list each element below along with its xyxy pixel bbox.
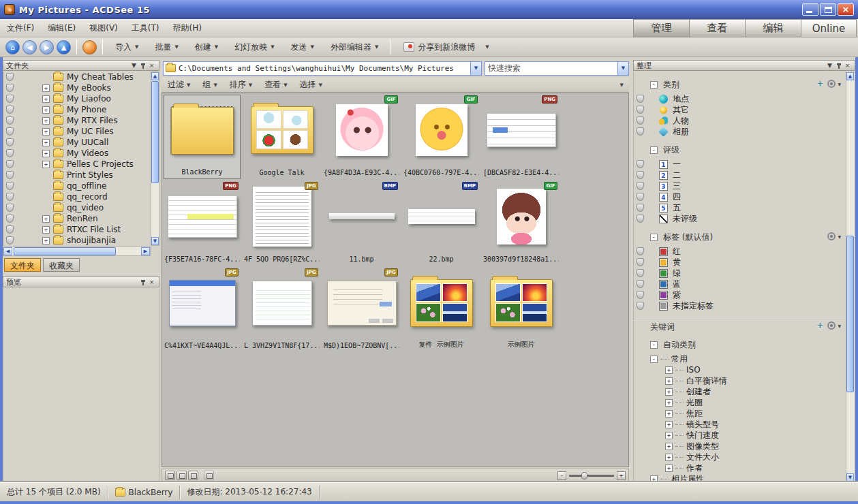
- folder-tree-item[interactable]: Print Styles: [3, 170, 159, 180]
- auto-category-item-作者[interactable]: +作者: [634, 462, 845, 473]
- expander-icon[interactable]: +: [42, 150, 50, 157]
- toolbar-button-幻灯放映[interactable]: 幻灯放映▼: [226, 39, 282, 56]
- quick-select-shield-icon[interactable]: [637, 171, 644, 179]
- quick-select-shield-icon[interactable]: [637, 95, 644, 103]
- quick-select-shield-icon[interactable]: [6, 116, 14, 125]
- section-header-标签 (默认值)[interactable]: -标签 (默认值)▼: [634, 231, 845, 243]
- image-tile[interactable]: GIF{40BC0760-797E-4...: [403, 95, 480, 179]
- scroll-down-icon[interactable]: ▼: [846, 473, 854, 482]
- quick-select-shield-icon[interactable]: [637, 247, 644, 255]
- quick-select-shield-icon[interactable]: [6, 95, 14, 103]
- expander-icon[interactable]: +: [650, 475, 658, 483]
- image-tile[interactable]: GIF300397d9f18248a1...: [482, 181, 560, 266]
- expander-icon[interactable]: +: [665, 421, 673, 428]
- quick-select-shield-icon[interactable]: [6, 127, 14, 136]
- folder-tree-item[interactable]: +RenRen: [3, 213, 159, 224]
- folder-tree-item[interactable]: +My eBooks: [3, 82, 159, 93]
- quick-select-shield-icon[interactable]: [6, 236, 14, 245]
- expander-icon[interactable]: +: [665, 388, 673, 396]
- folder-tile[interactable]: 示例图片: [482, 268, 560, 352]
- panel-menu-icon[interactable]: ▼: [129, 61, 138, 69]
- quick-select-shield-icon[interactable]: [6, 138, 14, 146]
- quick-select-shield-icon[interactable]: [6, 84, 14, 92]
- quick-select-shield-icon[interactable]: [6, 73, 14, 81]
- quick-select-shield-icon[interactable]: [637, 280, 644, 288]
- quick-select-shield-icon[interactable]: [6, 225, 14, 234]
- toolbar-button-外部编辑器[interactable]: 外部编辑器▼: [322, 39, 386, 56]
- folder-tree-item[interactable]: +My UUCall: [3, 137, 159, 148]
- chevron-down-icon[interactable]: ▼: [838, 324, 841, 328]
- quick-select-shield-icon[interactable]: [637, 106, 644, 114]
- quick-select-shield-icon[interactable]: [6, 193, 14, 201]
- panel-tab-文件夹[interactable]: 文件夹: [4, 258, 41, 272]
- filter-button-组[interactable]: 组▼: [196, 77, 223, 93]
- folder-tree-item[interactable]: +My UC Files: [3, 126, 159, 137]
- forward-icon[interactable]: ▶: [40, 40, 54, 54]
- back-icon[interactable]: ◀: [22, 40, 37, 54]
- folder-tile[interactable]: BlackBerry: [164, 95, 241, 179]
- toolbar-button-导入[interactable]: 导入▼: [107, 39, 147, 56]
- scroll-down-icon[interactable]: ▼: [151, 237, 159, 245]
- rating-item-未评级[interactable]: 未评级: [634, 213, 845, 224]
- image-tile[interactable]: BMP22.bmp: [403, 181, 480, 266]
- scroll-right-icon[interactable]: ▶: [141, 247, 150, 255]
- section-header-类别[interactable]: -类别+▼: [634, 78, 845, 91]
- expander-icon[interactable]: +: [665, 410, 673, 418]
- expander-icon[interactable]: +: [665, 432, 673, 439]
- auto-category-item-光圈[interactable]: +光圈: [634, 397, 845, 408]
- auto-category-item-镜头型号[interactable]: +镜头型号: [634, 419, 845, 430]
- expander-icon[interactable]: +: [42, 106, 50, 114]
- folder-tree-item[interactable]: +My Videos: [3, 148, 159, 159]
- folder-tree-hscrollbar[interactable]: ◀ ▶: [3, 247, 151, 256]
- scrollbar-thumb[interactable]: [151, 81, 159, 183]
- label-item-绿[interactable]: 绿: [634, 268, 845, 279]
- expander-icon[interactable]: +: [42, 95, 50, 103]
- close-icon[interactable]: ×: [147, 61, 156, 69]
- filter-button-排序[interactable]: 排序▼: [224, 77, 258, 93]
- scroll-up-icon[interactable]: ▲: [151, 72, 159, 80]
- quick-select-shield-icon[interactable]: [637, 269, 644, 277]
- gear-icon[interactable]: [827, 80, 836, 88]
- view-mode-1-button[interactable]: [165, 471, 175, 480]
- zoom-in-button[interactable]: +: [617, 471, 626, 480]
- quick-select-shield-icon[interactable]: [637, 160, 644, 168]
- panel-tab-收藏夹[interactable]: 收藏夹: [43, 258, 80, 272]
- mode-tab-管理[interactable]: 管理: [633, 19, 689, 37]
- chevron-down-icon[interactable]: ▼: [470, 62, 481, 75]
- image-tile[interactable]: GIF{9A8F4D3A-E93C-4...: [323, 95, 400, 179]
- category-item-地点[interactable]: 地点: [634, 93, 845, 104]
- image-tile[interactable]: BMP11.bmp: [323, 181, 400, 266]
- pin-icon[interactable]: [138, 61, 147, 69]
- folder-tree-item[interactable]: +Pelles C Projects: [3, 159, 159, 170]
- collapse-icon[interactable]: -: [650, 81, 658, 89]
- quick-select-shield-icon[interactable]: [637, 291, 644, 299]
- quick-search-input[interactable]: 快速搜索 ▼: [485, 61, 629, 76]
- gear-icon[interactable]: [827, 321, 836, 330]
- category-item-人物[interactable]: 人物: [634, 115, 845, 126]
- folder-tree-item[interactable]: +shoujibanjia: [3, 235, 159, 246]
- expander-icon[interactable]: +: [42, 128, 50, 136]
- image-tile[interactable]: JPGM$D)1EOB~7ZOBNV[...: [323, 268, 400, 352]
- quick-select-shield-icon[interactable]: [637, 204, 644, 212]
- expander-icon[interactable]: +: [42, 117, 50, 125]
- quick-select-shield-icon[interactable]: [637, 302, 644, 310]
- add-icon[interactable]: +: [816, 321, 823, 330]
- folder-tree-item[interactable]: +My Liaofoo: [3, 93, 159, 104]
- auto-category-group-相片属性[interactable]: +相片属性: [634, 473, 845, 482]
- folder-tree-item[interactable]: qq_offline: [3, 180, 159, 191]
- add-icon[interactable]: +: [816, 80, 823, 88]
- quick-select-shield-icon[interactable]: [6, 149, 14, 157]
- path-combo[interactable]: C:\Documents and Settings\wanghuihui\My …: [163, 61, 482, 76]
- scroll-up-icon[interactable]: ▲: [846, 72, 854, 80]
- view-mode-4-button[interactable]: [204, 471, 214, 480]
- quick-select-shield-icon[interactable]: [637, 127, 644, 136]
- expander-icon[interactable]: +: [665, 377, 673, 385]
- chevron-down-icon[interactable]: ▼: [838, 82, 841, 86]
- close-button[interactable]: ×: [838, 3, 854, 16]
- quick-select-shield-icon[interactable]: [6, 215, 14, 223]
- expander-icon[interactable]: +: [42, 139, 50, 146]
- close-icon[interactable]: ×: [147, 278, 156, 286]
- expander-icon[interactable]: +: [42, 84, 50, 92]
- toolbar-button-批量[interactable]: 批量▼: [147, 39, 186, 56]
- up-icon[interactable]: ▲: [57, 40, 71, 54]
